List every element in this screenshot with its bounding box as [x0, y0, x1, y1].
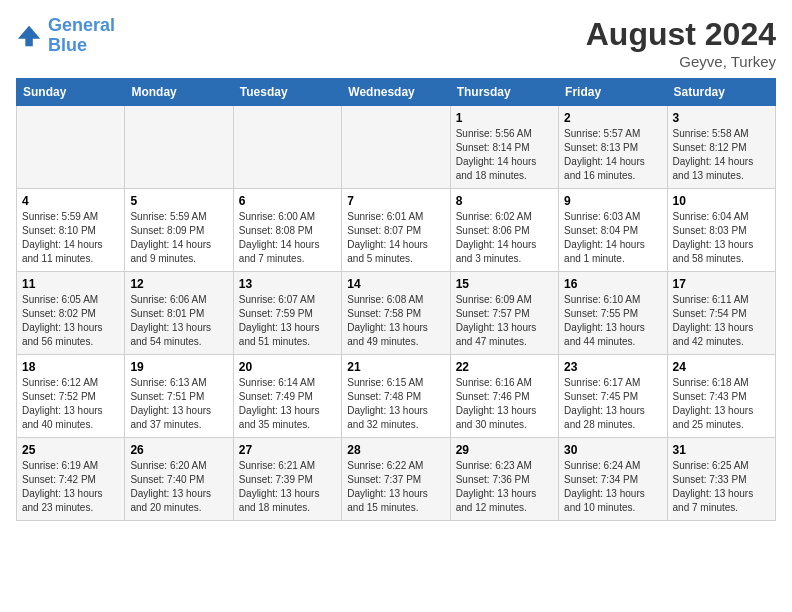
- calendar-table: SundayMondayTuesdayWednesdayThursdayFrid…: [16, 78, 776, 521]
- day-number: 16: [564, 277, 661, 291]
- day-info: Sunrise: 6:16 AM Sunset: 7:46 PM Dayligh…: [456, 376, 553, 432]
- header-cell-saturday: Saturday: [667, 79, 775, 106]
- day-number: 26: [130, 443, 227, 457]
- day-info: Sunrise: 6:23 AM Sunset: 7:36 PM Dayligh…: [456, 459, 553, 515]
- week-row-5: 25Sunrise: 6:19 AM Sunset: 7:42 PM Dayli…: [17, 438, 776, 521]
- header-cell-thursday: Thursday: [450, 79, 558, 106]
- day-number: 31: [673, 443, 770, 457]
- day-cell: 14Sunrise: 6:08 AM Sunset: 7:58 PM Dayli…: [342, 272, 450, 355]
- day-cell: 2Sunrise: 5:57 AM Sunset: 8:13 PM Daylig…: [559, 106, 667, 189]
- day-cell: 11Sunrise: 6:05 AM Sunset: 8:02 PM Dayli…: [17, 272, 125, 355]
- day-cell: 22Sunrise: 6:16 AM Sunset: 7:46 PM Dayli…: [450, 355, 558, 438]
- day-cell: [17, 106, 125, 189]
- day-info: Sunrise: 6:18 AM Sunset: 7:43 PM Dayligh…: [673, 376, 770, 432]
- day-cell: 31Sunrise: 6:25 AM Sunset: 7:33 PM Dayli…: [667, 438, 775, 521]
- day-cell: 6Sunrise: 6:00 AM Sunset: 8:08 PM Daylig…: [233, 189, 341, 272]
- day-cell: 5Sunrise: 5:59 AM Sunset: 8:09 PM Daylig…: [125, 189, 233, 272]
- day-cell: 30Sunrise: 6:24 AM Sunset: 7:34 PM Dayli…: [559, 438, 667, 521]
- day-cell: 10Sunrise: 6:04 AM Sunset: 8:03 PM Dayli…: [667, 189, 775, 272]
- day-number: 4: [22, 194, 119, 208]
- day-number: 6: [239, 194, 336, 208]
- week-row-3: 11Sunrise: 6:05 AM Sunset: 8:02 PM Dayli…: [17, 272, 776, 355]
- logo-line1: General: [48, 15, 115, 35]
- day-info: Sunrise: 6:13 AM Sunset: 7:51 PM Dayligh…: [130, 376, 227, 432]
- day-cell: 13Sunrise: 6:07 AM Sunset: 7:59 PM Dayli…: [233, 272, 341, 355]
- day-number: 22: [456, 360, 553, 374]
- title-block: August 2024 Geyve, Turkey: [586, 16, 776, 70]
- logo-line2: Blue: [48, 35, 87, 55]
- week-row-1: 1Sunrise: 5:56 AM Sunset: 8:14 PM Daylig…: [17, 106, 776, 189]
- day-cell: 21Sunrise: 6:15 AM Sunset: 7:48 PM Dayli…: [342, 355, 450, 438]
- day-cell: 1Sunrise: 5:56 AM Sunset: 8:14 PM Daylig…: [450, 106, 558, 189]
- day-info: Sunrise: 6:15 AM Sunset: 7:48 PM Dayligh…: [347, 376, 444, 432]
- day-cell: 26Sunrise: 6:20 AM Sunset: 7:40 PM Dayli…: [125, 438, 233, 521]
- day-cell: 18Sunrise: 6:12 AM Sunset: 7:52 PM Dayli…: [17, 355, 125, 438]
- header-cell-wednesday: Wednesday: [342, 79, 450, 106]
- day-info: Sunrise: 6:14 AM Sunset: 7:49 PM Dayligh…: [239, 376, 336, 432]
- logo-text: General Blue: [48, 16, 115, 56]
- day-number: 3: [673, 111, 770, 125]
- month-year: August 2024: [586, 16, 776, 53]
- day-cell: 29Sunrise: 6:23 AM Sunset: 7:36 PM Dayli…: [450, 438, 558, 521]
- day-info: Sunrise: 6:01 AM Sunset: 8:07 PM Dayligh…: [347, 210, 444, 266]
- day-info: Sunrise: 6:05 AM Sunset: 8:02 PM Dayligh…: [22, 293, 119, 349]
- day-cell: [125, 106, 233, 189]
- day-cell: [342, 106, 450, 189]
- day-number: 20: [239, 360, 336, 374]
- day-number: 25: [22, 443, 119, 457]
- day-number: 19: [130, 360, 227, 374]
- day-cell: 20Sunrise: 6:14 AM Sunset: 7:49 PM Dayli…: [233, 355, 341, 438]
- day-info: Sunrise: 6:20 AM Sunset: 7:40 PM Dayligh…: [130, 459, 227, 515]
- day-cell: [233, 106, 341, 189]
- day-info: Sunrise: 5:58 AM Sunset: 8:12 PM Dayligh…: [673, 127, 770, 183]
- day-info: Sunrise: 6:19 AM Sunset: 7:42 PM Dayligh…: [22, 459, 119, 515]
- day-number: 29: [456, 443, 553, 457]
- day-cell: 24Sunrise: 6:18 AM Sunset: 7:43 PM Dayli…: [667, 355, 775, 438]
- day-info: Sunrise: 6:03 AM Sunset: 8:04 PM Dayligh…: [564, 210, 661, 266]
- week-row-2: 4Sunrise: 5:59 AM Sunset: 8:10 PM Daylig…: [17, 189, 776, 272]
- day-info: Sunrise: 6:11 AM Sunset: 7:54 PM Dayligh…: [673, 293, 770, 349]
- day-cell: 15Sunrise: 6:09 AM Sunset: 7:57 PM Dayli…: [450, 272, 558, 355]
- day-info: Sunrise: 6:09 AM Sunset: 7:57 PM Dayligh…: [456, 293, 553, 349]
- day-number: 17: [673, 277, 770, 291]
- day-info: Sunrise: 5:59 AM Sunset: 8:10 PM Dayligh…: [22, 210, 119, 266]
- day-number: 12: [130, 277, 227, 291]
- day-number: 14: [347, 277, 444, 291]
- day-cell: 27Sunrise: 6:21 AM Sunset: 7:39 PM Dayli…: [233, 438, 341, 521]
- day-info: Sunrise: 6:02 AM Sunset: 8:06 PM Dayligh…: [456, 210, 553, 266]
- day-cell: 3Sunrise: 5:58 AM Sunset: 8:12 PM Daylig…: [667, 106, 775, 189]
- day-cell: 17Sunrise: 6:11 AM Sunset: 7:54 PM Dayli…: [667, 272, 775, 355]
- day-info: Sunrise: 6:24 AM Sunset: 7:34 PM Dayligh…: [564, 459, 661, 515]
- day-info: Sunrise: 5:56 AM Sunset: 8:14 PM Dayligh…: [456, 127, 553, 183]
- day-info: Sunrise: 6:22 AM Sunset: 7:37 PM Dayligh…: [347, 459, 444, 515]
- location: Geyve, Turkey: [586, 53, 776, 70]
- day-cell: 23Sunrise: 6:17 AM Sunset: 7:45 PM Dayli…: [559, 355, 667, 438]
- day-number: 8: [456, 194, 553, 208]
- day-cell: 16Sunrise: 6:10 AM Sunset: 7:55 PM Dayli…: [559, 272, 667, 355]
- day-number: 21: [347, 360, 444, 374]
- day-info: Sunrise: 6:06 AM Sunset: 8:01 PM Dayligh…: [130, 293, 227, 349]
- week-row-4: 18Sunrise: 6:12 AM Sunset: 7:52 PM Dayli…: [17, 355, 776, 438]
- day-cell: 12Sunrise: 6:06 AM Sunset: 8:01 PM Dayli…: [125, 272, 233, 355]
- day-info: Sunrise: 6:10 AM Sunset: 7:55 PM Dayligh…: [564, 293, 661, 349]
- logo-icon: [16, 22, 44, 50]
- day-info: Sunrise: 6:08 AM Sunset: 7:58 PM Dayligh…: [347, 293, 444, 349]
- day-info: Sunrise: 5:57 AM Sunset: 8:13 PM Dayligh…: [564, 127, 661, 183]
- logo: General Blue: [16, 16, 115, 56]
- day-number: 23: [564, 360, 661, 374]
- day-number: 24: [673, 360, 770, 374]
- day-info: Sunrise: 6:17 AM Sunset: 7:45 PM Dayligh…: [564, 376, 661, 432]
- day-info: Sunrise: 6:25 AM Sunset: 7:33 PM Dayligh…: [673, 459, 770, 515]
- day-info: Sunrise: 6:04 AM Sunset: 8:03 PM Dayligh…: [673, 210, 770, 266]
- day-number: 11: [22, 277, 119, 291]
- day-number: 7: [347, 194, 444, 208]
- day-cell: 9Sunrise: 6:03 AM Sunset: 8:04 PM Daylig…: [559, 189, 667, 272]
- page-header: General Blue August 2024 Geyve, Turkey: [16, 16, 776, 70]
- header-cell-tuesday: Tuesday: [233, 79, 341, 106]
- day-cell: 25Sunrise: 6:19 AM Sunset: 7:42 PM Dayli…: [17, 438, 125, 521]
- day-cell: 19Sunrise: 6:13 AM Sunset: 7:51 PM Dayli…: [125, 355, 233, 438]
- day-number: 18: [22, 360, 119, 374]
- day-info: Sunrise: 6:07 AM Sunset: 7:59 PM Dayligh…: [239, 293, 336, 349]
- day-info: Sunrise: 6:21 AM Sunset: 7:39 PM Dayligh…: [239, 459, 336, 515]
- day-number: 9: [564, 194, 661, 208]
